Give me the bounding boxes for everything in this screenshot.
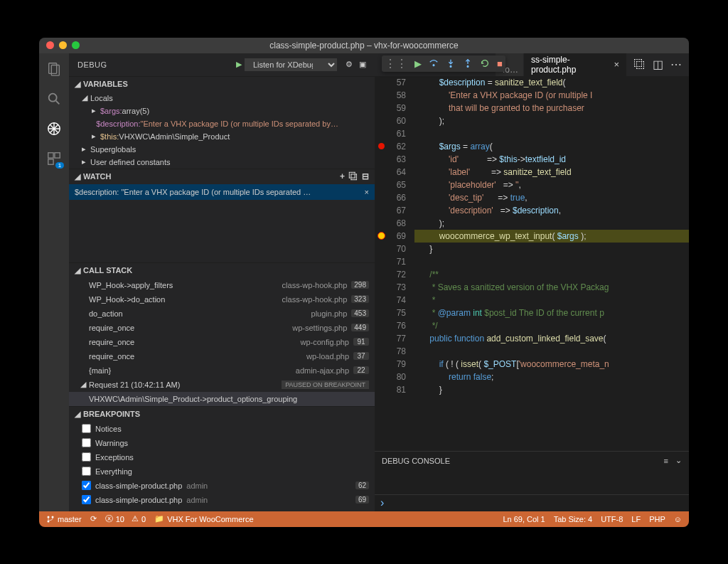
titlebar: class-simple-product.php – vhx-for-wooco… [39, 38, 689, 53]
tab-size[interactable]: Tab Size: 4 [554, 515, 592, 523]
svg-point-16 [467, 66, 469, 68]
gear-icon[interactable]: ⚙ [346, 60, 353, 69]
breakpoints-section[interactable]: ◢BREAKPOINTS [69, 406, 375, 422]
add-watch-icon[interactable]: + [340, 171, 345, 181]
stop-button[interactable]: ■ [497, 58, 503, 69]
breakpoint-item[interactable]: Warnings [69, 436, 375, 450]
minimize-window[interactable] [59, 41, 67, 49]
callstack-frame[interactable]: WP_Hook->apply_filtersclass-wp-hook.php2… [69, 278, 375, 292]
eol[interactable]: LF [631, 515, 641, 523]
code-editor[interactable]: 5758596061626364656667686970717273747576… [375, 76, 689, 451]
watch-item[interactable]: $description: "Enter a VHX package ID (o… [69, 184, 375, 200]
close-tab-icon[interactable]: × [614, 59, 619, 70]
step-over-button[interactable] [429, 58, 439, 68]
breakpoint-item[interactable]: class-simple-product.phpadmin62 [69, 479, 375, 493]
explorer-icon[interactable] [46, 60, 63, 78]
language[interactable]: PHP [649, 515, 665, 523]
console-title: DEBUG CONSOLE [382, 457, 450, 465]
vscode-window: class-simple-product.php – vhx-for-wooco… [39, 38, 689, 527]
activity-bar: 1 [39, 53, 69, 511]
callstack-frame[interactable]: WP_Hook->do_actionclass-wp-hook.php323 [69, 292, 375, 307]
current-frame[interactable]: VHXWC\Admin\Simple_Product->product_opti… [69, 392, 375, 406]
close-window[interactable] [46, 41, 54, 49]
console-input[interactable]: › [375, 494, 689, 511]
breakpoint-item[interactable]: class-simple-product.phpadmin69 [69, 493, 375, 507]
breakpoint-item[interactable]: Exceptions [69, 450, 375, 464]
svg-line-3 [56, 100, 60, 104]
debug-label: DEBUG [77, 60, 107, 69]
callstack-section[interactable]: ◢CALL STACK [69, 262, 375, 278]
remove-icon[interactable]: ⊟ [362, 171, 369, 181]
search-icon[interactable] [46, 90, 63, 107]
start-debug-button[interactable]: ▶ [236, 60, 242, 69]
svg-point-2 [49, 93, 57, 101]
compare-icon[interactable]: ⿻ [634, 58, 646, 71]
svg-rect-10 [55, 152, 60, 157]
debug-console: DEBUG CONSOLE≡⌄ › [375, 451, 689, 511]
svg-point-12 [433, 65, 434, 66]
callstack-frame[interactable]: require_oncewp-settings.php449 [69, 321, 375, 335]
svg-rect-9 [48, 152, 53, 157]
continue-button[interactable]: ▶ [414, 58, 422, 69]
var-description[interactable]: $description: "Enter a VHX package ID (o… [69, 117, 375, 130]
cursor-pos[interactable]: Ln 69, Col 1 [503, 515, 545, 523]
editor-area: ⋮⋮ ▶ ■ -fo… ss-simple-product.php× ⿻ ◫ ⋯ [375, 53, 689, 511]
callstack-frame[interactable]: require_oncewp-config.php91 [69, 335, 375, 349]
collapse-icon[interactable]: ⿻ [349, 171, 358, 181]
window-title: class-simple-product.php – vhx-for-wooco… [269, 41, 458, 50]
editor-tabs: ⋮⋮ ▶ ■ -fo… ss-simple-product.php× ⿻ ◫ ⋯ [375, 53, 689, 76]
close-icon[interactable]: × [365, 188, 369, 196]
sync-icon[interactable]: ⟳ [90, 514, 97, 523]
svg-point-17 [48, 516, 50, 518]
step-into-button[interactable] [446, 58, 456, 68]
feedback-icon[interactable]: ☺ [674, 515, 682, 523]
maximize-window[interactable] [72, 41, 80, 49]
breakpoint-checkbox[interactable] [82, 452, 91, 462]
debug-icon[interactable] [46, 120, 63, 137]
callstack-frame[interactable]: require_oncewp-load.php37 [69, 349, 375, 363]
svg-point-19 [52, 516, 54, 518]
collapse-icon[interactable]: ⌄ [675, 456, 682, 465]
extensions-icon[interactable]: 1 [46, 150, 63, 167]
var-args[interactable]: ▸$args: array(5) [69, 105, 375, 117]
breakpoint-checkbox[interactable] [82, 481, 91, 490]
superglobals-group[interactable]: ▸Superglobals [69, 143, 375, 156]
var-this[interactable]: ▸$this: VHXWC\Admin\Simple_Product [69, 130, 375, 143]
debug-toolbar: ⋮⋮ ▶ ■ [382, 55, 505, 72]
folder[interactable]: 📁 VHX For WooCommerce [154, 514, 253, 523]
console-icon[interactable]: ▣ [359, 60, 367, 69]
breakpoint-checkbox[interactable] [82, 467, 91, 476]
encoding[interactable]: UTF-8 [601, 515, 623, 523]
drag-handle-icon[interactable]: ⋮⋮ [385, 57, 407, 70]
debug-config-select[interactable]: Listen for XDebug [245, 58, 337, 71]
restart-button[interactable] [480, 58, 490, 68]
callstack-frame[interactable]: do_actionplugin.php453 [69, 307, 375, 321]
breakpoint-checkbox[interactable] [82, 424, 91, 433]
thread-header[interactable]: ◢Request 21 (10:42:11 AM)PAUSED ON BREAK… [69, 378, 375, 392]
svg-rect-11 [48, 159, 53, 164]
watch-section[interactable]: ◢WATCH+⿻⊟ [69, 169, 375, 184]
svg-point-18 [48, 520, 50, 522]
split-icon[interactable]: ◫ [653, 58, 663, 71]
filter-icon[interactable]: ≡ [664, 457, 668, 465]
callstack-frame[interactable]: {main}admin-ajax.php22 [69, 363, 375, 378]
more-icon[interactable]: ⋯ [670, 58, 682, 71]
userconst-group[interactable]: ▸User defined constants [69, 156, 375, 169]
errors[interactable]: ⓧ 10 ⚠ 0 [105, 514, 146, 524]
statusbar: master ⟳ ⓧ 10 ⚠ 0 📁 VHX For WooCommerce … [39, 511, 689, 527]
breakpoint-checkbox[interactable] [82, 438, 91, 447]
git-branch[interactable]: master [46, 515, 82, 523]
step-out-button[interactable] [463, 58, 473, 68]
breakpoint-item[interactable]: Everything [69, 464, 375, 479]
locals-group[interactable]: ◢Locals [69, 92, 375, 105]
variables-section[interactable]: ◢VARIABLES [69, 76, 375, 92]
tab-active[interactable]: ss-simple-product.php× [524, 53, 627, 76]
breakpoint-item[interactable]: Notices [69, 422, 375, 436]
debug-sidebar: DEBUG ▶ Listen for XDebug ⚙ ▣ ◢VARIABLES… [69, 53, 375, 511]
breakpoint-checkbox[interactable] [82, 495, 91, 504]
svg-point-14 [450, 66, 451, 68]
